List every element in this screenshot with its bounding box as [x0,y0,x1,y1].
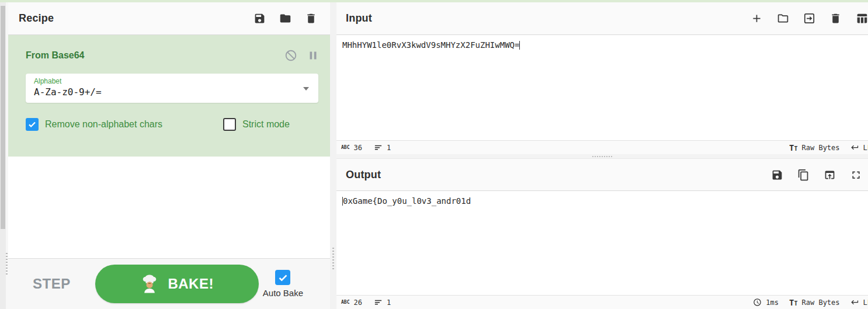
checkbox-icon[interactable] [223,118,236,131]
io-panel: Input MHhHYW1le0RvX3kwdV9sMHYzX [336,2,868,309]
operation-title: From Base64 [26,50,85,61]
line-count-icon [374,143,383,152]
save-output-icon[interactable] [771,169,783,181]
input-encoding-value: Raw Bytes [802,144,840,152]
operation-header: From Base64 [8,35,330,65]
checkbox-label: Strict mode [242,119,290,130]
input-eol-value: LF [863,144,868,152]
open-folder-icon[interactable] [777,12,789,25]
operations-scrollbar-thumb[interactable] [1,6,5,229]
input-status-bar: ABC 36 1 TT Raw Bytes [336,140,868,154]
copy-output-icon[interactable] [797,169,810,181]
disable-operation-icon[interactable] [284,49,297,62]
input-encoding-selector[interactable]: TT Raw Bytes [789,143,840,152]
checkbox-icon[interactable] [26,118,39,131]
line-count-icon [374,298,383,307]
input-header: Input [336,2,868,35]
recipe-header: Recipe [8,2,330,35]
io-splitter[interactable] [336,154,868,159]
output-eol-selector[interactable]: LF [850,298,868,307]
input-char-count: 36 [353,144,362,152]
bake-time-value: 1ms [766,298,779,307]
auto-bake-checkbox-icon[interactable] [275,270,290,285]
alphabet-label: Alphabet [34,77,310,85]
clock-icon [753,298,762,307]
operation-from-base64[interactable]: From Base64 Alphabet A-Za-z0-9+/= [8,35,330,157]
chef-icon [140,274,159,294]
output-eol-value: LF [863,298,868,307]
remove-non-alphabet-checkbox[interactable]: Remove non-alphabet chars [26,118,223,131]
text-cursor [519,41,520,50]
character-encoding-icon: TT [789,144,797,152]
input-eol-selector[interactable]: LF [850,143,868,152]
output-header: Output [336,159,868,191]
add-tab-icon[interactable] [751,12,763,25]
output-text: 0xGame{Do_y0u_l0v3_andr01d [343,196,471,206]
checkbox-label: Remove non-alphabet chars [45,119,162,130]
input-text: MHhHYW1le0RvX3kwdV9sMHYzX2FuZHIwMWQ= [342,40,519,50]
bake-button-label: BAKE! [168,276,214,292]
step-button[interactable]: STEP [33,276,71,292]
breakpoint-pause-icon[interactable] [307,49,320,62]
alphabet-value: A-Za-z0-9+/= [34,86,310,98]
alphabet-select[interactable]: Alphabet A-Za-z0-9+/= [26,74,318,103]
input-line-count: 1 [387,144,391,152]
io-splitter-handle[interactable] [592,156,612,157]
operations-scrollbar[interactable] [0,2,6,309]
bake-button[interactable]: BAKE! [95,265,259,303]
auto-bake-toggle[interactable]: Auto Bake [263,270,303,298]
load-recipe-folder-icon[interactable] [279,12,291,25]
operation-options-row: Remove non-alphabet chars Strict mode [26,118,321,131]
splitter-handle-mid[interactable] [332,248,334,271]
input-title: Input [346,12,372,25]
recipe-title: Recipe [19,12,54,25]
open-input-icon[interactable] [803,12,815,25]
clear-recipe-trash-icon[interactable] [305,12,317,25]
recipe-controls: STEP BAKE! Auto Bake [8,259,330,309]
auto-bake-label: Auto Bake [263,288,303,298]
recipe-panel: Recipe From Base64 [8,2,330,309]
output-encoding-value: Raw Bytes [802,298,840,307]
output-line-count: 1 [387,298,391,307]
character-encoding-icon: TT [789,298,797,307]
char-count-icon: ABC [341,300,349,305]
bake-time-indicator: 1ms [753,298,779,307]
output-title: Output [346,169,381,181]
output-char-count: 26 [353,298,362,307]
clear-input-trash-icon[interactable] [829,12,842,25]
output-status-bar: ABC 26 1 1ms TT [336,295,868,309]
line-ending-return-icon [850,298,859,307]
input-textarea[interactable]: MHhHYW1le0RvX3kwdV9sMHYzX2FuZHIwMWQ= [336,35,868,140]
maximize-output-icon[interactable] [850,169,862,181]
output-encoding-selector[interactable]: TT Raw Bytes [789,298,840,307]
splitter-handle-left[interactable] [6,253,8,275]
strict-mode-checkbox[interactable]: Strict mode [223,118,290,131]
replace-input-icon[interactable] [824,169,836,181]
cyberchef-app: Recipe From Base64 [0,0,868,309]
output-textarea[interactable]: 0xGame{Do_y0u_l0v3_andr01d [336,191,868,295]
chevron-down-icon [303,87,309,91]
save-recipe-icon[interactable] [254,12,266,25]
recipe-drop-area[interactable] [8,157,330,259]
line-ending-return-icon [850,143,859,152]
table-view-icon[interactable] [856,12,868,25]
char-count-icon: ABC [341,145,349,150]
